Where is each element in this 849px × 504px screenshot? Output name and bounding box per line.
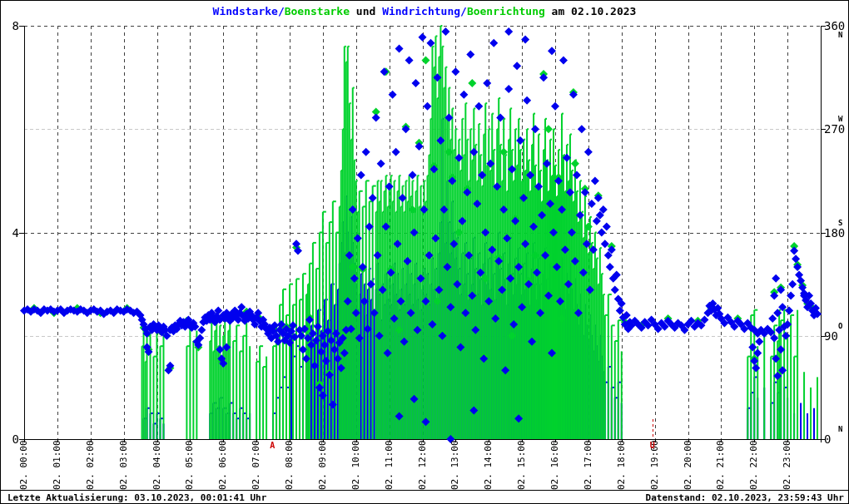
x-axis-time-label: 02. 05:00 <box>184 440 195 490</box>
x-axis-time-label: 02. 16:00 <box>549 440 560 490</box>
x-axis-time-label: 02. 10:00 <box>350 440 361 490</box>
x-axis-time-label: 02. 03:00 <box>118 440 129 490</box>
chart-title-part: Windstarke/ <box>213 5 285 17</box>
footer-divider <box>1 490 848 491</box>
chart-title-part: Boenrichtung <box>467 5 545 17</box>
x-axis-time-label: 02. 08:00 <box>284 440 295 490</box>
x-axis-time-label: 02. 01:00 <box>52 440 62 490</box>
x-axis-time-label: 02. 20:00 <box>683 440 693 490</box>
right-axis-tick-label: 0 <box>824 432 831 446</box>
chart-plot-canvas <box>1 1 849 504</box>
compass-direction-label: N <box>838 425 842 433</box>
left-axis-tick-label: 0 <box>2 432 19 446</box>
x-axis-time-label: 02. 21:00 <box>715 440 726 490</box>
x-axis-time-label: 02. 13:00 <box>449 440 460 490</box>
x-axis-time-label: 02. 00:00 <box>18 440 29 490</box>
x-axis-time-label: 02. 02:00 <box>85 440 96 490</box>
chart-title-part: am 02.10.2023 <box>545 5 637 17</box>
compass-direction-label: W <box>838 115 842 123</box>
chart-title-part: Boenstarke <box>285 5 350 17</box>
x-axis-time-label: 02. 07:00 <box>251 440 261 490</box>
wind-chart-page: Windstarke/Boenstarke und Windrichtung/B… <box>0 0 849 504</box>
left-axis-tick-label: 4 <box>2 226 19 240</box>
compass-direction-label: S <box>838 219 842 227</box>
x-axis-time-label: 02. 09:00 <box>317 440 328 490</box>
sun-event-label: A <box>270 441 275 450</box>
right-axis-tick-label: 270 <box>824 122 845 136</box>
x-axis-time-label: 02. 17:00 <box>583 440 593 490</box>
chart-title: Windstarke/Boenstarke und Windrichtung/B… <box>1 5 848 17</box>
right-axis-tick-label: 180 <box>824 226 845 240</box>
right-axis-tick-label: 90 <box>824 329 838 343</box>
data-timestamp-text: Datenstand: 02.10.2023, 23:59:43 Uhr <box>646 492 844 503</box>
left-axis-tick-label: 8 <box>2 19 19 32</box>
sun-event-label: U <box>650 441 655 450</box>
x-axis-time-label: 02. 15:00 <box>516 440 527 490</box>
x-axis-time-label: 02. 04:00 <box>151 440 162 490</box>
x-axis-time-label: 02. 22:00 <box>748 440 759 490</box>
x-axis-time-label: 02. 18:00 <box>616 440 627 490</box>
chart-title-part: Windrichtung/ <box>382 5 467 17</box>
last-update-text: Letzte Aktualisierung: 03.10.2023, 00:01… <box>7 492 266 503</box>
x-axis-time-label: 02. 12:00 <box>417 440 428 490</box>
compass-direction-label: O <box>838 322 842 330</box>
x-axis-time-label: 02. 11:00 <box>384 440 395 490</box>
x-axis-time-label: 02. 14:00 <box>483 440 494 490</box>
x-axis-time-label: 02. 23:00 <box>782 440 792 490</box>
chart-title-part: und <box>350 5 382 17</box>
compass-direction-label: N <box>838 31 842 39</box>
x-axis-time-label: 02. 06:00 <box>217 440 228 490</box>
